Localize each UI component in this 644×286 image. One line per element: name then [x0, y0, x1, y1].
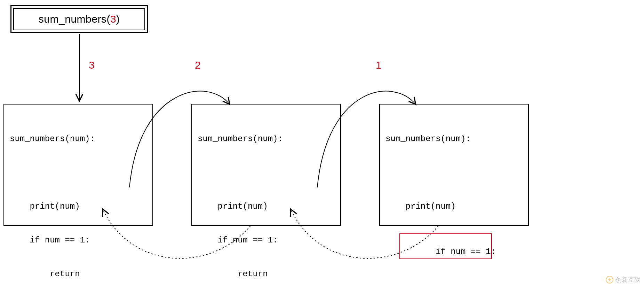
frame-2: sum_numbers(num): print(num) if num == 1…	[191, 104, 341, 226]
frame1-return: return	[4, 269, 152, 280]
entry-fn-name: sum_numbers	[39, 13, 107, 25]
watermark: ✦ 创新互联	[606, 276, 641, 284]
entry-call-text: sum_numbers(3)	[13, 8, 145, 30]
frame-3: sum_numbers(num): print(num) if num == 1…	[379, 104, 529, 226]
diagram-canvas: { "colors": { "accent": "#b80017", "bord…	[0, 0, 644, 286]
entry-arg: 3	[110, 13, 116, 25]
entry-call-box: sum_numbers(3)	[10, 5, 148, 33]
frame2-if: if num == 1:	[192, 235, 340, 246]
frame-1: sum_numbers(num): print(num) if num == 1…	[3, 104, 153, 226]
step-label-3: 3	[89, 59, 95, 71]
step-label-1: 1	[376, 59, 382, 71]
frame3-print-num: print(num)	[380, 201, 528, 212]
watermark-logo-icon: ✦	[606, 276, 613, 284]
frame3-highlight-box	[399, 233, 492, 259]
watermark-text: 创新互联	[615, 276, 641, 284]
frame1-print-num: print(num)	[4, 201, 152, 212]
frame1-header: sum_numbers(num):	[4, 133, 152, 145]
step-label-2: 2	[195, 59, 201, 71]
frame2-print-num: print(num)	[192, 201, 340, 212]
frame1-if: if num == 1:	[4, 235, 152, 246]
frame3-header: sum_numbers(num):	[380, 133, 528, 145]
frame3-if-return: if num == 1:	[380, 235, 528, 280]
frame2-header: sum_numbers(num):	[192, 133, 340, 145]
frame2-return: return	[192, 269, 340, 280]
